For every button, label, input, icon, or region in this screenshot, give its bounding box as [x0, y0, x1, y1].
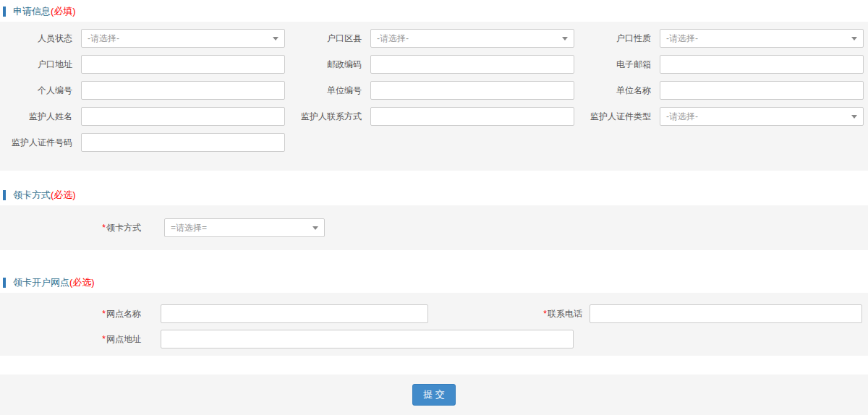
section-application-info: 申请信息 (必填) 人员状态 -请选择- 户口区县 -请选择- [0, 6, 868, 171]
field-label-text: 领卡方式 [106, 223, 141, 233]
field-email: 电子邮箱 [579, 55, 868, 74]
field-unit-no: 单位编号 [289, 81, 579, 100]
field-guardian-name: 监护人姓名 [0, 107, 289, 126]
branch-name-input[interactable] [161, 304, 428, 323]
field-label: 监护人证件号码 [0, 137, 72, 149]
required-tag: (必选) [69, 276, 95, 289]
branch-address-input[interactable] [161, 330, 574, 348]
section-header-card-method: 领卡方式 (必选) [3, 189, 868, 201]
field-guardian-contact: 监护人联系方式 [289, 107, 579, 126]
application-form-page: 申请信息 (必填) 人员状态 -请选择- 户口区县 -请选择- [0, 0, 868, 415]
footer-bar: 提 交 [0, 375, 868, 415]
field-label: 单位名称 [579, 85, 651, 97]
select-value: =请选择= [171, 222, 207, 234]
card-method-panel: *领卡方式 =请选择= [0, 205, 868, 250]
section-title: 领卡开户网点 [13, 276, 69, 289]
branch-row-2: *网点地址 [0, 330, 868, 348]
guardian-id-type-select[interactable]: -请选择- [660, 107, 864, 126]
section-marker-icon [3, 190, 6, 200]
field-hukou-nature: 户口性质 -请选择- [579, 29, 868, 48]
person-status-select[interactable]: -请选择- [81, 29, 285, 48]
field-postal-code: 邮政编码 [289, 55, 579, 74]
field-label: 户口地址 [0, 59, 72, 71]
branch-panel: *网点名称 *联系电话 *网点地址 [0, 293, 868, 356]
field-label: 监护人证件类型 [579, 111, 651, 123]
empty-cell [579, 133, 868, 152]
field-label: 电子邮箱 [579, 59, 651, 71]
field-guardian-id-type: 监护人证件类型 -请选择- [579, 107, 868, 126]
select-value: -请选择- [666, 111, 698, 123]
guardian-id-no-input[interactable] [81, 133, 285, 152]
section-header-application-info: 申请信息 (必填) [3, 6, 868, 17]
email-input[interactable] [660, 55, 864, 74]
section-marker-icon [3, 7, 6, 17]
select-value: -请选择- [377, 33, 409, 45]
form-row-2: 户口地址 邮政编码 电子邮箱 [0, 55, 868, 74]
form-row-5: 监护人证件号码 [0, 133, 868, 152]
required-asterisk: * [102, 334, 106, 344]
empty-cell [289, 133, 579, 152]
chevron-down-icon [851, 37, 857, 40]
section-branch: 领卡开户网点 (必选) *网点名称 *联系电话 *网点地址 [0, 277, 868, 356]
field-personal-no: 个人编号 [0, 81, 289, 100]
postal-code-input[interactable] [370, 55, 574, 74]
unit-name-input[interactable] [660, 81, 864, 100]
chevron-down-icon [312, 226, 318, 230]
field-person-status: 人员状态 -请选择- [0, 29, 289, 48]
card-method-select[interactable]: =请选择= [164, 218, 325, 237]
required-tag: (必填) [51, 5, 76, 18]
field-guardian-id-no: 监护人证件号码 [0, 133, 289, 152]
guardian-name-input[interactable] [81, 107, 285, 126]
field-label: 户口性质 [579, 33, 651, 45]
guardian-contact-input[interactable] [370, 107, 574, 126]
field-label: 单位编号 [289, 85, 362, 97]
field-label-text: 网点地址 [106, 334, 141, 344]
chevron-down-icon [562, 37, 568, 40]
hukou-nature-select[interactable]: -请选择- [660, 29, 864, 48]
form-row-1: 人员状态 -请选择- 户口区县 -请选择- 户口性质 [0, 29, 868, 48]
field-label: 监护人联系方式 [289, 111, 362, 123]
hukou-address-input[interactable] [81, 55, 285, 74]
submit-button[interactable]: 提 交 [412, 384, 456, 406]
required-tag: (必选) [51, 189, 76, 202]
select-value: -请选择- [666, 33, 698, 45]
unit-no-input[interactable] [370, 81, 574, 100]
section-header-branch: 领卡开户网点 (必选) [3, 277, 868, 288]
field-label: 户口区县 [289, 33, 362, 45]
form-row-4: 监护人姓名 监护人联系方式 监护人证件类型 -请选择- [0, 107, 868, 126]
field-label: 邮政编码 [289, 59, 362, 71]
select-value: -请选择- [88, 33, 119, 45]
branch-row-1: *网点名称 *联系电话 [0, 304, 868, 323]
field-hukou-address: 户口地址 [0, 55, 289, 74]
application-info-panel: 人员状态 -请选择- 户口区县 -请选择- 户口性质 [0, 22, 868, 171]
section-title: 申请信息 [13, 5, 51, 18]
personal-no-input[interactable] [81, 81, 285, 100]
field-label-text: 网点名称 [106, 309, 141, 319]
field-card-method: *领卡方式 =请选择= [0, 218, 868, 237]
field-label: *网点名称 [0, 308, 141, 320]
contact-phone-input[interactable] [590, 304, 862, 323]
field-label: 监护人姓名 [0, 111, 72, 123]
required-asterisk: * [102, 223, 106, 233]
required-asterisk: * [543, 309, 547, 319]
required-asterisk: * [102, 309, 106, 319]
field-label: 个人编号 [0, 85, 72, 97]
chevron-down-icon [851, 115, 857, 119]
form-row-3: 个人编号 单位编号 单位名称 [0, 81, 868, 100]
field-label-text: 联系电话 [548, 309, 582, 319]
hukou-district-select[interactable]: -请选择- [370, 29, 574, 48]
chevron-down-icon [273, 37, 278, 40]
section-card-method: 领卡方式 (必选) *领卡方式 =请选择= [0, 189, 868, 250]
field-label: *联系电话 [428, 308, 582, 320]
field-hukou-district: 户口区县 -请选择- [289, 29, 579, 48]
field-label: *网点地址 [0, 333, 141, 346]
section-title: 领卡方式 [13, 189, 51, 202]
field-label: *领卡方式 [0, 222, 141, 234]
field-unit-name: 单位名称 [579, 81, 868, 100]
section-marker-icon [3, 278, 6, 288]
field-label: 人员状态 [0, 33, 72, 45]
